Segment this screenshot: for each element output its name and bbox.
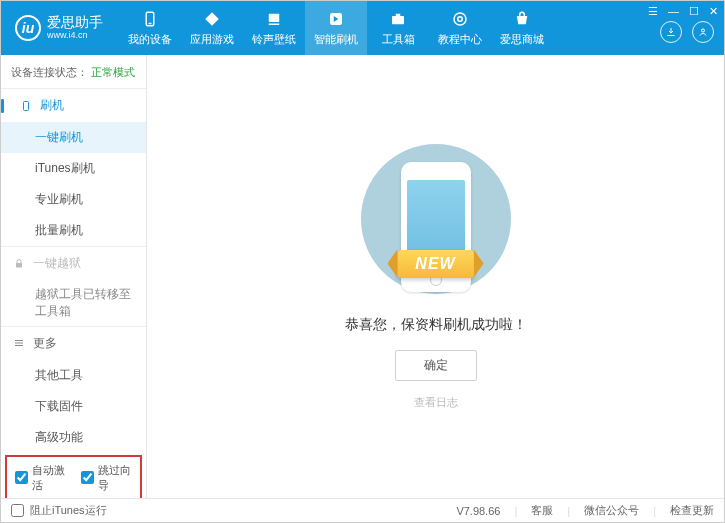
confirm-button[interactable]: 确定: [395, 350, 477, 381]
apps-icon: [203, 10, 221, 28]
app-logo-icon: iu: [15, 15, 41, 41]
menu-icon[interactable]: ☰: [648, 5, 658, 18]
flash-icon: [327, 10, 345, 28]
window-controls: ☰ ― ☐ ✕: [648, 5, 718, 18]
nav-label: 智能刷机: [314, 32, 358, 47]
check-update-link[interactable]: 检查更新: [670, 503, 714, 518]
category-flash: 刷机 一键刷机 iTunes刷机 专业刷机 批量刷机: [1, 88, 146, 246]
nav-store[interactable]: 爱思商城: [491, 1, 553, 55]
nav-smart-flash[interactable]: 智能刷机: [305, 1, 367, 55]
category-more: 更多 其他工具 下载固件 高级功能: [1, 326, 146, 453]
header: iu 爱思助手 www.i4.cn 我的设备 应用游戏 铃声壁纸 智能刷机: [1, 1, 724, 55]
jailbreak-note: 越狱工具已转移至 工具箱: [1, 280, 146, 326]
sidebar-item-pro[interactable]: 专业刷机: [1, 184, 146, 215]
block-itunes-checkbox[interactable]: 阻止iTunes运行: [11, 503, 107, 518]
sidebar-item-other[interactable]: 其他工具: [1, 360, 146, 391]
sidebar-item-itunes[interactable]: iTunes刷机: [1, 153, 146, 184]
auto-activate-checkbox[interactable]: 自动激活: [15, 463, 67, 493]
nav-tutorials[interactable]: 教程中心: [429, 1, 491, 55]
sidebar-item-batch[interactable]: 批量刷机: [1, 215, 146, 246]
connection-status: 设备连接状态： 正常模式: [1, 55, 146, 88]
cat-head-jailbreak[interactable]: 一键越狱: [1, 247, 146, 280]
nav-my-device[interactable]: 我的设备: [119, 1, 181, 55]
header-right: [660, 21, 714, 43]
svg-rect-11: [16, 263, 22, 268]
nav-label: 工具箱: [382, 32, 415, 47]
more-icon: [13, 337, 25, 349]
cat-label: 刷机: [40, 97, 64, 114]
cat-head-flash[interactable]: 刷机: [1, 89, 146, 122]
svg-rect-2: [269, 13, 280, 21]
tutorial-icon: [451, 10, 469, 28]
nav-label: 铃声壁纸: [252, 32, 296, 47]
nav-ringtones[interactable]: 铃声壁纸: [243, 1, 305, 55]
app-title: 爱思助手: [47, 15, 103, 30]
sidebar: 设备连接状态： 正常模式 刷机 一键刷机 iTunes刷机 专业刷机 批量刷机 …: [1, 55, 147, 498]
nav-label: 教程中心: [438, 32, 482, 47]
brand: iu 爱思助手 www.i4.cn: [1, 15, 113, 41]
download-button[interactable]: [660, 21, 682, 43]
ringtone-icon: [265, 10, 283, 28]
minimize-button[interactable]: ―: [668, 5, 679, 18]
svg-rect-10: [24, 101, 29, 110]
nav-toolbox[interactable]: 工具箱: [367, 1, 429, 55]
options-box: 自动激活 跳过向导: [5, 455, 142, 498]
svg-point-9: [702, 29, 705, 32]
nav-label: 应用游戏: [190, 32, 234, 47]
sidebar-item-oneclick[interactable]: 一键刷机: [1, 122, 146, 153]
phone-outline-icon: [20, 99, 32, 113]
svg-rect-3: [269, 23, 280, 25]
toolbox-icon: [389, 10, 407, 28]
body: 设备连接状态： 正常模式 刷机 一键刷机 iTunes刷机 专业刷机 批量刷机 …: [1, 55, 724, 498]
store-icon: [513, 10, 531, 28]
category-jailbreak: 一键越狱 越狱工具已转移至 工具箱: [1, 246, 146, 326]
footer: 阻止iTunes运行 V7.98.66 | 客服 | 微信公众号 | 检查更新: [1, 498, 724, 522]
nav-apps-games[interactable]: 应用游戏: [181, 1, 243, 55]
app-window: iu 爱思助手 www.i4.cn 我的设备 应用游戏 铃声壁纸 智能刷机: [0, 0, 725, 523]
nav-label: 爱思商城: [500, 32, 544, 47]
nav-label: 我的设备: [128, 32, 172, 47]
sidebar-item-download-fw[interactable]: 下载固件: [1, 391, 146, 422]
svg-rect-5: [392, 16, 404, 24]
top-nav: 我的设备 应用游戏 铃声壁纸 智能刷机 工具箱 教程中心: [119, 1, 553, 55]
success-message: 恭喜您，保资料刷机成功啦！: [345, 316, 527, 334]
success-illustration: NEW: [361, 144, 511, 294]
sidebar-item-advanced[interactable]: 高级功能: [1, 422, 146, 453]
support-link[interactable]: 客服: [531, 503, 553, 518]
version-label: V7.98.66: [456, 505, 500, 517]
cat-label: 一键越狱: [33, 255, 81, 272]
cat-head-more[interactable]: 更多: [1, 327, 146, 360]
wechat-link[interactable]: 微信公众号: [584, 503, 639, 518]
cat-label: 更多: [33, 335, 57, 352]
skip-guide-checkbox[interactable]: 跳过向导: [81, 463, 133, 493]
close-button[interactable]: ✕: [709, 5, 718, 18]
new-banner: NEW: [397, 250, 473, 278]
phone-icon: [141, 10, 159, 28]
lock-icon: [13, 258, 25, 270]
svg-point-7: [454, 13, 466, 25]
maximize-button[interactable]: ☐: [689, 5, 699, 18]
main-content: NEW 恭喜您，保资料刷机成功啦！ 确定 查看日志: [147, 55, 724, 498]
app-url: www.i4.cn: [47, 31, 103, 41]
view-log-link[interactable]: 查看日志: [414, 395, 458, 410]
status-value: 正常模式: [91, 66, 135, 78]
svg-point-8: [458, 16, 463, 21]
svg-rect-6: [396, 13, 401, 15]
user-button[interactable]: [692, 21, 714, 43]
